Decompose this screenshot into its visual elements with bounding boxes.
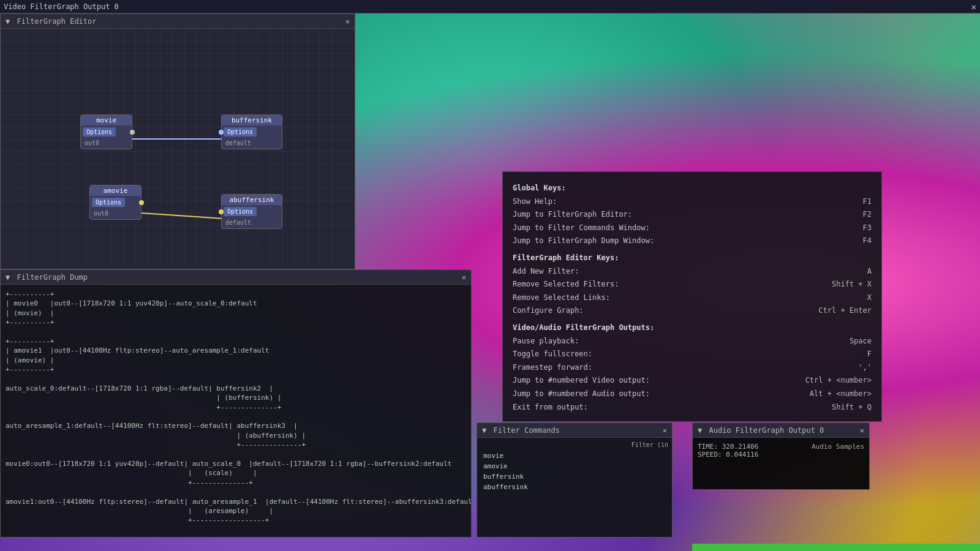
- filter-item-movie[interactable]: movie: [481, 451, 668, 461]
- audio-output-content: TIME: 320.21406 SPEED: 0.044116 Audio Sa…: [693, 438, 869, 463]
- filter-item-abuffersink[interactable]: abuffersink: [481, 482, 668, 492]
- audio-output-titlebar: ▼ Audio FilterGraph Output 0 ✕: [693, 423, 869, 438]
- dump-collapse-arrow[interactable]: ▼: [6, 273, 10, 282]
- help-jump-commands: Jump to Filter Commands Window: F3: [513, 222, 872, 235]
- movie-out-port: [130, 130, 135, 135]
- help-configure-graph-key: Ctrl + Enter: [818, 304, 872, 318]
- audio-output-close[interactable]: ✕: [860, 426, 864, 435]
- filter-commands-content: Filter (in movie amovie buffersink abuff…: [477, 438, 672, 496]
- video-audio-title: Video/Audio FilterGraph Outputs:: [513, 321, 872, 335]
- filtergraph-dump-title: FilterGraph Dump: [17, 273, 88, 282]
- help-fullscreen-key: F: [867, 348, 872, 361]
- help-jump-editor-key: F2: [863, 208, 872, 222]
- movie-node-title: movie: [81, 115, 132, 126]
- help-fullscreen-label: Toggle fullscreen:: [513, 348, 592, 361]
- movie-options-btn[interactable]: Options: [83, 127, 116, 137]
- help-remove-links-label: Remove Selected Links:: [513, 291, 610, 305]
- window-close-btn[interactable]: ✕: [971, 2, 976, 12]
- help-jump-audio: Jump to #numbered Audio output: Alt + <n…: [513, 388, 872, 401]
- help-jump-editor: Jump to FilterGraph Editor: F2: [513, 208, 872, 222]
- filter-commands-collapse[interactable]: ▼: [482, 426, 486, 435]
- filter-item-amovie[interactable]: amovie: [481, 461, 668, 471]
- filtergraph-dump-close[interactable]: ✕: [462, 273, 466, 282]
- help-show-help: Show Help: F1: [513, 195, 872, 209]
- help-jump-dump-key: F4: [863, 234, 872, 248]
- help-overlay: Global Keys: Show Help: F1 Jump to Filte…: [502, 171, 882, 422]
- filter-item-buffersink[interactable]: buffersink: [481, 471, 668, 482]
- global-keys-title: Global Keys:: [513, 182, 872, 195]
- movie-port: out0: [81, 138, 132, 149]
- buffersink-port: default: [222, 138, 282, 149]
- help-remove-links-key: X: [867, 291, 872, 305]
- help-jump-dump: Jump to FilterGraph Dump Window: F4: [513, 234, 872, 248]
- abuffersink-in-port: [219, 209, 224, 214]
- buffersink-node-title: buffersink: [222, 115, 282, 126]
- buffersink-node: buffersink Options default: [221, 114, 282, 149]
- help-jump-video: Jump to #numbered Video output: Ctrl + <…: [513, 374, 872, 388]
- help-jump-video-label: Jump to #numbered Video output:: [513, 374, 650, 388]
- help-jump-editor-label: Jump to FilterGraph Editor:: [513, 208, 632, 222]
- filter-commands-titlebar: ▼ Filter Commands ✕: [477, 423, 672, 438]
- help-remove-filters-key: Shift + X: [832, 278, 872, 291]
- amovie-node-title: amovie: [90, 186, 141, 196]
- green-bar: [692, 544, 980, 551]
- audio-info: TIME: 320.21406 SPEED: 0.044116: [698, 443, 804, 459]
- filter-commands-panel: ▼ Filter Commands ✕ Filter (in movie amo…: [477, 422, 673, 538]
- help-framestep-key: ',': [858, 361, 872, 375]
- movie-node: movie Options out0: [80, 114, 132, 149]
- help-pause: Pause playback: Space: [513, 335, 872, 348]
- filter-commands-title: Filter Commands: [493, 426, 559, 435]
- audio-time: TIME: 320.21406: [698, 443, 804, 451]
- abuffersink-port: default: [222, 218, 282, 228]
- help-add-filter-key: A: [867, 265, 872, 279]
- help-jump-audio-label: Jump to #numbered Audio output:: [513, 388, 650, 401]
- amovie-node: amovie Options out0: [89, 185, 141, 220]
- help-jump-commands-label: Jump to Filter Commands Window:: [513, 222, 650, 235]
- filtergraph-editor-close[interactable]: ✕: [345, 17, 350, 26]
- help-remove-links: Remove Selected Links: X: [513, 291, 872, 305]
- audio-samples-label: Audio Samples: [812, 443, 864, 459]
- filtergraph-editor-titlebar: ▼ FilterGraph Editor ✕: [1, 14, 355, 29]
- buffersink-in-port: [219, 130, 224, 135]
- audio-speed: SPEED: 0.044116: [698, 451, 804, 459]
- graph-canvas: movie Options out0 buffersink Options de…: [1, 29, 355, 269]
- help-exit: Exit from output: Shift + Q: [513, 401, 872, 414]
- help-fullscreen: Toggle fullscreen: F: [513, 348, 872, 361]
- filtergraph-dump-panel: ▼ FilterGraph Dump ✕ +----------+ | movi…: [0, 269, 472, 538]
- help-configure-graph-label: Configure Graph:: [513, 304, 584, 318]
- audio-output-title: Audio FilterGraph Output 0: [709, 426, 824, 435]
- help-exit-key: Shift + Q: [832, 401, 872, 414]
- help-remove-filters-label: Remove Selected Filters:: [513, 278, 619, 291]
- help-jump-video-key: Ctrl + <number>: [805, 374, 872, 388]
- help-add-filter-label: Add New Filter:: [513, 265, 579, 279]
- abuffersink-node: abuffersink Options default: [221, 194, 282, 229]
- filter-commands-close[interactable]: ✕: [663, 426, 667, 435]
- dump-content[interactable]: +----------+ | movie0 |out0--[1718x720 1…: [1, 285, 471, 537]
- filter-hint: Filter (in: [481, 441, 668, 448]
- help-remove-filters: Remove Selected Filters: Shift + X: [513, 278, 872, 291]
- help-framestep-label: Framestep forward:: [513, 361, 592, 375]
- window-title: Video FilterGraph Output 0: [4, 2, 119, 11]
- amovie-options-btn[interactable]: Options: [92, 198, 125, 207]
- help-configure-graph: Configure Graph: Ctrl + Enter: [513, 304, 872, 318]
- buffersink-options-btn[interactable]: Options: [224, 127, 257, 137]
- audio-output-panel: ▼ Audio FilterGraph Output 0 ✕ TIME: 320…: [692, 422, 870, 490]
- help-show-help-key: F1: [863, 195, 872, 209]
- help-pause-label: Pause playback:: [513, 335, 579, 348]
- title-bar: Video FilterGraph Output 0 ✕: [0, 0, 980, 13]
- help-show-help-label: Show Help:: [513, 195, 557, 209]
- help-exit-label: Exit from output:: [513, 401, 588, 414]
- collapse-arrow-icon[interactable]: ▼: [6, 17, 10, 26]
- amovie-port: out0: [90, 209, 141, 219]
- help-jump-commands-key: F3: [863, 222, 872, 235]
- filtergraph-editor-title: FilterGraph Editor: [17, 17, 96, 26]
- svg-line-1: [132, 212, 223, 219]
- help-pause-key: Space: [850, 335, 872, 348]
- filtergraph-dump-titlebar: ▼ FilterGraph Dump ✕: [1, 270, 471, 285]
- audio-collapse-arrow[interactable]: ▼: [698, 426, 702, 435]
- abuffersink-node-title: abuffersink: [222, 195, 282, 205]
- connections-svg: [1, 29, 355, 269]
- filtergraph-editor-panel: ▼ FilterGraph Editor ✕ movie Options out…: [0, 13, 355, 269]
- help-jump-dump-label: Jump to FilterGraph Dump Window:: [513, 234, 654, 248]
- abuffersink-options-btn[interactable]: Options: [224, 207, 257, 216]
